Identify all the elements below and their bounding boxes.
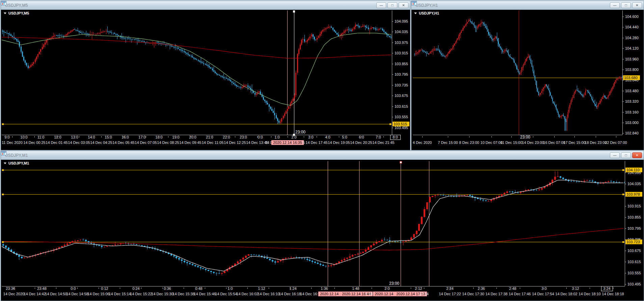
svg-text:103.495: 103.495: [627, 282, 641, 286]
titlebar-m5[interactable]: USDJPY,M5 — □ ✕: [1, 1, 410, 10]
svg-text:103.615: 103.615: [627, 260, 641, 264]
svg-text:14 Dec 05:45: 14 Dec 05:45: [112, 141, 134, 145]
svg-text:104.095: 104.095: [395, 19, 408, 23]
svg-text:14 Dec 01:45: 14 Dec 01:45: [46, 141, 68, 145]
svg-text:1:48: 1:48: [352, 286, 359, 291]
maximize-button[interactable]: □: [621, 152, 631, 158]
svg-text:10 Dec 07:00: 10 Dec 07:00: [480, 141, 502, 145]
svg-text:103.795: 103.795: [395, 72, 408, 76]
svg-text:104.600: 104.600: [625, 15, 639, 19]
svg-text:13:0: 13:0: [71, 135, 78, 139]
h1-chart-canvas[interactable]: 104.600104.440104.280104.120103.960103.8…: [411, 10, 644, 150]
svg-text:14 Dec 17:45: 14 Dec 17:45: [305, 141, 327, 145]
svg-text:21:0: 21:0: [206, 135, 213, 139]
svg-text:14 Dec 15:06: 14 Dec 15:06: [87, 292, 109, 296]
svg-text:103.555: 103.555: [395, 115, 408, 119]
svg-text:14 Dec 23:00: 14 Dec 23:00: [522, 141, 544, 145]
svg-text:14 Dec 16:02: 14 Dec 16:02: [236, 292, 258, 296]
chart-content-m1[interactable]: USDJPY,M1 104.095104.035103.915103.85510…: [1, 160, 644, 301]
svg-text:3:0: 3:0: [308, 135, 313, 139]
svg-text:14 Dec 15:38: 14 Dec 15:38: [172, 292, 194, 296]
svg-text:14 Dec 17:22: 14 Dec 17:22: [439, 292, 461, 296]
svg-text:14 Dec 17:30: 14 Dec 17:30: [462, 292, 484, 296]
minimize-button[interactable]: —: [610, 152, 620, 158]
maximize-button[interactable]: □: [387, 2, 397, 8]
svg-text:104.120: 104.120: [625, 46, 639, 50]
svg-text:103.978: 103.978: [626, 192, 640, 196]
titlebar-m1[interactable]: USDJPY,M1 — □ ✕: [1, 151, 644, 160]
svg-text:103.160: 103.160: [625, 110, 639, 114]
close-button[interactable]: ✕: [632, 2, 642, 8]
svg-text:22:0: 22:0: [223, 135, 230, 139]
svg-text:14 Dec 04:25: 14 Dec 04:25: [90, 141, 112, 145]
svg-text:4 Dec 2020: 4 Dec 2020: [413, 141, 432, 145]
svg-text:12:0: 12:0: [54, 135, 61, 139]
chart-content-m5[interactable]: USDJPY,M5 104.095104.035103.975103.91510…: [1, 10, 410, 150]
window-title: USDJPY,H1: [415, 3, 438, 8]
svg-text:104.440: 104.440: [625, 25, 639, 29]
svg-text:103.723: 103.723: [626, 240, 640, 244]
chart-symbol-label[interactable]: USDJPY,M5: [4, 11, 29, 15]
svg-text:4:0: 4:0: [325, 135, 330, 139]
svg-text:3:12: 3:12: [572, 286, 579, 291]
svg-text:16:0: 16:0: [122, 135, 129, 139]
svg-text:103.000: 103.000: [625, 121, 639, 125]
svg-text:11 Dec 15:00: 11 Dec 15:00: [501, 141, 522, 145]
svg-text:15:0: 15:0: [105, 135, 112, 139]
svg-text:14 Dec 14:50: 14 Dec 14:50: [45, 292, 67, 296]
svg-text:23:00: 23:00: [520, 135, 530, 140]
svg-text:11 Dec 2020: 11 Dec 2020: [2, 141, 23, 145]
svg-text:103.975: 103.975: [395, 41, 408, 45]
svg-text:8:0: 8:0: [393, 135, 398, 139]
close-button[interactable]: ✕: [632, 152, 642, 158]
svg-text:17:0: 17:0: [138, 135, 145, 139]
svg-text:103.320: 103.320: [625, 99, 639, 103]
svg-text:14 Dec 17:46: 14 Dec 17:46: [509, 292, 531, 296]
close-button[interactable]: ✕: [399, 2, 408, 8]
svg-text:14 Dec 20:25: 14 Dec 20:25: [350, 141, 372, 145]
svg-text:14 Dec 15:14: 14 Dec 15:14: [109, 292, 131, 296]
svg-text:23:48: 23:48: [37, 286, 47, 291]
svg-text:103.735: 103.735: [395, 83, 408, 87]
chart-symbol-label[interactable]: USDJPY,M1: [4, 161, 29, 165]
svg-text:2:12: 2:12: [415, 286, 422, 291]
m1-chart-canvas[interactable]: 104.095104.035103.915103.855103.795103.7…: [1, 160, 644, 301]
svg-text:1:24: 1:24: [289, 286, 296, 291]
chart-symbol-label[interactable]: USDJPY,H1: [414, 11, 439, 15]
svg-text:23:00: 23:00: [295, 130, 305, 134]
svg-text:0:24: 0:24: [132, 286, 139, 291]
svg-text:0:36: 0:36: [164, 286, 171, 291]
minimize-button[interactable]: —: [610, 2, 620, 8]
svg-text:14 Dec 19:05: 14 Dec 19:05: [328, 141, 350, 145]
svg-text:23:36: 23:36: [6, 286, 15, 291]
trading-terminal-workspace: { "app": {"desktop_color": "#c3d3e0"}, "…: [0, 0, 644, 301]
minimize-button[interactable]: —: [376, 2, 386, 8]
svg-text:0:48: 0:48: [195, 286, 202, 291]
svg-text:14 Dec 17:38: 14 Dec 17:38: [485, 292, 507, 296]
maximize-button[interactable]: □: [621, 2, 631, 8]
svg-text:18 Dec 23:00: 18 Dec 23:00: [585, 141, 607, 145]
chart-content-h1[interactable]: USDJPY,H1 104.600104.440104.280104.12010…: [411, 10, 644, 150]
svg-text:1:12: 1:12: [258, 286, 265, 291]
svg-text:3:24: 3:24: [603, 286, 610, 291]
svg-text:2:0: 2:0: [384, 286, 390, 291]
svg-text:104.035: 104.035: [395, 30, 408, 34]
svg-text:7 Dec 15:00: 7 Dec 15:00: [438, 141, 458, 145]
svg-text:103.855: 103.855: [627, 215, 641, 219]
svg-text:23:00: 23:00: [389, 281, 399, 286]
svg-text:103.675: 103.675: [627, 249, 641, 253]
svg-text:103.800: 103.800: [625, 68, 639, 72]
titlebar-h1[interactable]: USDJPY,H1 — □ ✕: [411, 1, 644, 10]
svg-text:9:0: 9:0: [4, 135, 9, 139]
svg-text:2:36: 2:36: [478, 286, 485, 291]
svg-text:8 Dec 23:00: 8 Dec 23:00: [459, 141, 479, 145]
svg-text:103.480: 103.480: [625, 89, 639, 93]
svg-text:22 Dec 07:00: 22 Dec 07:00: [605, 141, 627, 145]
svg-text:104.280: 104.280: [625, 36, 639, 40]
svg-text:11:0: 11:0: [37, 135, 45, 139]
svg-text:14 Dec 15:22: 14 Dec 15:22: [130, 292, 152, 296]
svg-text:14 Dec 16:18: 14 Dec 16:18: [279, 292, 301, 296]
svg-text:14 Dec 14:42: 14 Dec 14:42: [24, 292, 46, 296]
chart-window-usdjpy-m5: USDJPY,M5 — □ ✕ USDJPY,M5 104.095104.035…: [1, 1, 410, 150]
m5-chart-canvas[interactable]: 104.095104.035103.975103.915103.855103.7…: [1, 10, 410, 150]
